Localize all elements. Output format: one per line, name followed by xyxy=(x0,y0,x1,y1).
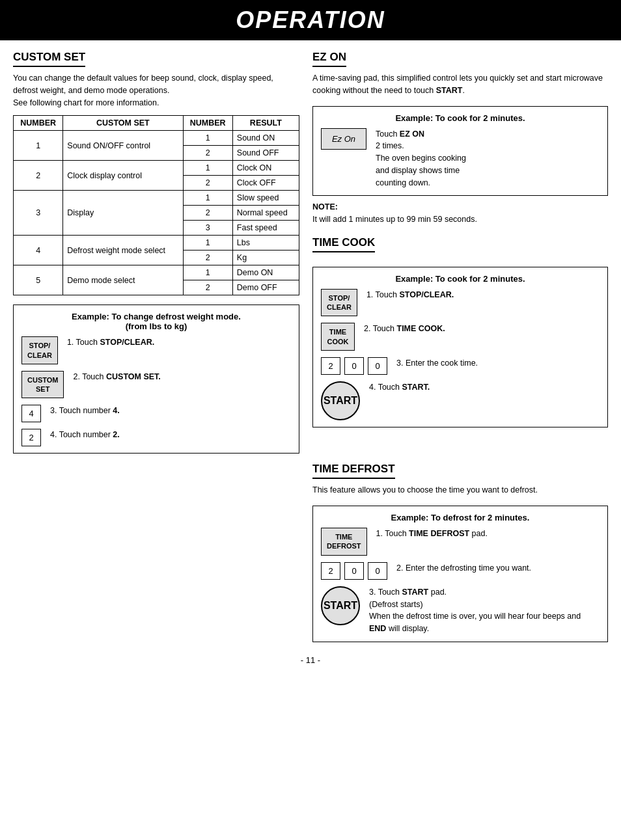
number-inputs-tc: 2 0 0 xyxy=(321,357,387,375)
ez-on-example-box: Example: To cook for 2 minutes. Ez On To… xyxy=(312,106,608,196)
page-title: OPERATION xyxy=(0,7,621,34)
time-cook-example-box: Example: To cook for 2 minutes. STOP/CLE… xyxy=(312,267,608,427)
tc-step-1-text: 1. Touch STOP/CLEAR. xyxy=(366,289,600,301)
page-number: - 11 - xyxy=(0,655,621,671)
ez-on-note: NOTE: It will add 1 minutes up to 99 min… xyxy=(312,201,608,226)
td-step-2-text: 2. Enter the defrosting time you want. xyxy=(396,562,600,575)
step-3-text: 3. Touch number 4. xyxy=(50,405,291,417)
row-num: 1 xyxy=(14,131,63,161)
number-4-pad[interactable]: 4 xyxy=(21,405,41,422)
time-defrost-example-box: Example: To defrost for 2 minutes. TIMED… xyxy=(312,506,608,642)
sub-result: Demo ON xyxy=(232,265,299,280)
row-num: 2 xyxy=(14,161,63,191)
table-row: 4 Defrost weight mode select 1 Lbs xyxy=(14,236,299,251)
tc-step-2-text: 2. Touch TIME COOK. xyxy=(364,323,600,335)
time-defrost-step-2: 2 0 0 2. Enter the defrosting time you w… xyxy=(321,562,600,580)
step-1-text: 1. Touch STOP/CLEAR. xyxy=(67,336,291,349)
sub-num: 1 xyxy=(183,265,232,280)
col-header-result: RESULT xyxy=(232,116,299,131)
ez-on-step-text: Touch EZ ON2 times.The oven begins cooki… xyxy=(376,128,600,189)
num-2-tc[interactable]: 2 xyxy=(321,357,340,375)
time-cook-section: TIME COOK Example: To cook for 2 minutes… xyxy=(312,236,608,427)
num-0b-tc[interactable]: 0 xyxy=(368,357,387,375)
sub-result: Clock OFF xyxy=(232,176,299,191)
example-step-2: CUSTOMSET 2. Touch CUSTOM SET. xyxy=(21,371,291,399)
sub-result: Kg xyxy=(232,251,299,265)
sub-result: Sound OFF xyxy=(232,146,299,161)
time-defrost-example-title: Example: To defrost for 2 minutes. xyxy=(321,513,600,522)
col-header-number: NUMBER xyxy=(14,116,63,131)
custom-set-title: CUSTOM SET xyxy=(13,51,85,67)
number-inputs-td: 2 0 0 xyxy=(321,562,387,580)
note-content: It will add 1 minutes up to 99 min 59 se… xyxy=(312,215,477,224)
row-num: 5 xyxy=(14,265,63,295)
sub-num: 1 xyxy=(183,236,232,251)
bottom-left-spacer xyxy=(13,463,299,642)
sub-result: Lbs xyxy=(232,236,299,251)
time-cook-example-title: Example: To cook for 2 minutes. xyxy=(321,274,600,284)
col-header-number2: NUMBER xyxy=(183,116,232,131)
table-row: 5 Demo mode select 1 Demo ON xyxy=(14,265,299,280)
col-header-custom-set: CUSTOM SET xyxy=(63,116,183,131)
sub-result: Demo OFF xyxy=(232,280,299,295)
sub-num: 2 xyxy=(183,146,232,161)
number-2-pad[interactable]: 2 xyxy=(21,429,41,446)
sub-num: 2 xyxy=(183,176,232,191)
table-row: 2 Clock display control 1 Clock ON xyxy=(14,161,299,176)
ez-on-pad[interactable]: Ez On xyxy=(321,128,366,150)
sub-num: 1 xyxy=(183,131,232,146)
custom-set-example-box: Example: To change defrost weight mode.(… xyxy=(13,305,299,454)
td-step-3-text: 3. Touch START pad.(Defrost starts)When … xyxy=(369,586,600,635)
time-cook-pad[interactable]: TIMECOOK xyxy=(321,323,355,351)
row-num: 3 xyxy=(14,191,63,236)
page: OPERATION CUSTOM SET You can change the … xyxy=(0,0,621,840)
sub-result: Fast speed xyxy=(232,221,299,236)
page-header: OPERATION xyxy=(0,0,621,40)
row-label: Defrost weight mode select xyxy=(63,236,183,265)
time-cook-step-2: TIMECOOK 2. Touch TIME COOK. xyxy=(321,323,600,351)
sub-num: 3 xyxy=(183,221,232,236)
note-label: NOTE: xyxy=(312,202,338,211)
main-content: CUSTOM SET You can change the default va… xyxy=(0,51,621,454)
custom-set-pad[interactable]: CUSTOMSET xyxy=(21,371,64,399)
td-step-1-text: 1. Touch TIME DEFROST pad. xyxy=(376,528,600,540)
sub-result: Sound ON xyxy=(232,131,299,146)
custom-set-intro: You can change the default values for be… xyxy=(13,72,299,109)
num-2-td[interactable]: 2 xyxy=(321,562,340,580)
time-defrost-title: TIME DEFROST xyxy=(312,463,395,479)
row-label: Clock display control xyxy=(63,161,183,191)
step-4-text: 4. Touch number 2. xyxy=(50,429,291,441)
sub-result: Normal speed xyxy=(232,206,299,221)
example-step-1: STOP/CLEAR 1. Touch STOP/CLEAR. xyxy=(21,336,291,364)
row-label: Demo mode select xyxy=(63,265,183,295)
stop-clear-pad-tc[interactable]: STOP/CLEAR xyxy=(321,289,357,317)
bottom-content: TIME DEFROST This feature allows you to … xyxy=(0,463,621,642)
right-column: EZ ON A time-saving pad, this simplified… xyxy=(312,51,608,454)
time-cook-step-3: 2 0 0 3. Enter the cook time. xyxy=(321,357,600,375)
ez-on-step: Ez On Touch EZ ON2 times.The oven begins… xyxy=(321,128,600,189)
num-0b-td[interactable]: 0 xyxy=(368,562,387,580)
start-pad-td[interactable]: START xyxy=(321,586,360,625)
stop-clear-pad[interactable]: STOP/CLEAR xyxy=(21,336,58,364)
example-box-title: Example: To change defrost weight mode.(… xyxy=(21,312,291,331)
ez-on-example-title: Example: To cook for 2 minutes. xyxy=(321,113,600,123)
time-defrost-desc: This feature allows you to choose the ti… xyxy=(312,484,608,496)
sub-num: 1 xyxy=(183,191,232,206)
left-column: CUSTOM SET You can change the default va… xyxy=(13,51,299,454)
time-cook-step-1: STOP/CLEAR 1. Touch STOP/CLEAR. xyxy=(321,289,600,317)
table-row: 1 Sound ON/OFF control 1 Sound ON xyxy=(14,131,299,146)
example-step-3: 4 3. Touch number 4. xyxy=(21,405,291,422)
step-2-text: 2. Touch CUSTOM SET. xyxy=(73,371,291,383)
example-step-4: 2 4. Touch number 2. xyxy=(21,429,291,446)
time-defrost-pad[interactable]: TIMEDEFROST xyxy=(321,528,367,556)
ez-on-title: EZ ON xyxy=(312,51,346,67)
num-0a-td[interactable]: 0 xyxy=(344,562,364,580)
sub-result: Clock ON xyxy=(232,161,299,176)
tc-step-4-text: 4. Touch START. xyxy=(369,381,600,394)
sub-num: 2 xyxy=(183,206,232,221)
table-row: 3 Display 1 Slow speed xyxy=(14,191,299,206)
sub-num: 1 xyxy=(183,161,232,176)
num-0a-tc[interactable]: 0 xyxy=(344,357,364,375)
start-pad-tc[interactable]: START xyxy=(321,381,360,420)
tc-step-3-text: 3. Enter the cook time. xyxy=(396,357,600,370)
